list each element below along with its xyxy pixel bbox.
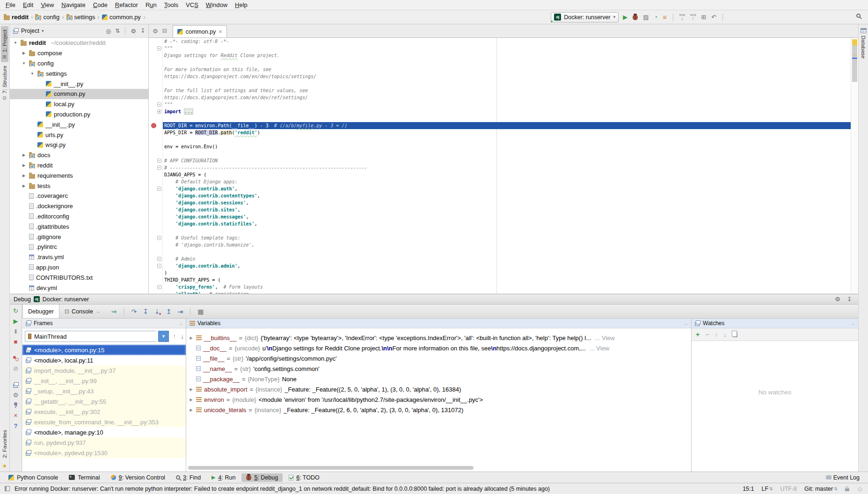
tab-terminal[interactable]: Terminal — [64, 473, 104, 482]
tree-item-compose[interactable]: ▶compose — [10, 48, 148, 58]
expand-arrow-icon[interactable]: ▶ — [189, 387, 194, 392]
fold-collapse-icon[interactable]: − — [157, 187, 161, 191]
fold-collapse-icon[interactable]: − — [157, 285, 161, 289]
horizontal-scrollbar-thumb[interactable] — [188, 466, 474, 470]
lock-icon[interactable] — [845, 488, 849, 491]
tree-item-reddit[interactable]: ▼reddit~/cookiecutter/reddit — [10, 38, 148, 48]
tab-common-py[interactable]: common.py × — [173, 25, 227, 37]
menu-code[interactable]: Code — [89, 0, 111, 9]
tree-open-arrow-icon[interactable]: ▼ — [13, 41, 18, 45]
tree-item--coveragerc[interactable]: .coveragerc — [10, 191, 148, 201]
menu-view[interactable]: View — [37, 0, 58, 9]
frame-row[interactable]: execute, __init__.py:302 — [22, 407, 186, 417]
breakpoint-icon[interactable] — [151, 123, 156, 128]
tree-item--travis-yml[interactable]: .travis.yml — [10, 252, 148, 262]
fold-collapse-icon[interactable]: − — [157, 102, 161, 107]
sidebar-item-favorites[interactable]: 2: Favorites — [1, 427, 8, 461]
fold-collapse-icon[interactable]: − — [157, 264, 161, 268]
fold-collapse-icon[interactable]: − — [157, 166, 161, 170]
search-icon[interactable] — [856, 14, 861, 18]
frame-row[interactable]: execute_from_command_line, __init__.py:3… — [22, 417, 186, 427]
run-configuration-select[interactable]: dj Docker: runserver ▾ — [551, 12, 619, 22]
tree-closed-arrow-icon[interactable]: ▶ — [21, 51, 27, 55]
tab-python-console[interactable]: Python Console — [4, 473, 63, 482]
menu-help[interactable]: Help — [231, 0, 251, 9]
frame-row[interactable]: <module>, manage.py:10 — [22, 427, 186, 437]
frame-row[interactable]: _setup, __init__.py:43 — [22, 386, 186, 396]
tree-item-production-py[interactable]: production.py — [10, 109, 148, 120]
tab-3-find[interactable]: 3: Find — [171, 473, 205, 482]
editor-gutter[interactable]: −−+−−−−−−− — [149, 38, 163, 294]
close-icon[interactable]: × — [14, 412, 18, 419]
toolwindow-toggle-icon[interactable] — [5, 486, 10, 491]
tree-item-app-json[interactable]: app.json — [10, 262, 148, 273]
tab-6-todo[interactable]: 6: TODO — [284, 473, 324, 482]
close-icon[interactable]: × — [219, 28, 222, 35]
tree-item--editorconfig[interactable]: .editorconfig — [10, 211, 148, 222]
float-panel-icon[interactable]: → — [683, 321, 688, 326]
restore-layout-icon[interactable] — [13, 382, 19, 388]
show-execution-point-icon[interactable]: ⇒ — [111, 308, 117, 315]
tab-9-version-control[interactable]: 9: Version Control — [106, 473, 170, 482]
sidebar-item-project[interactable]: ⊞1: Project — [1, 26, 8, 62]
run-with-coverage-icon[interactable]: ▨ — [643, 14, 649, 20]
editor-scrollbar[interactable] — [851, 38, 858, 294]
sidebar-item-structure[interactable]: ⊙7: Structure — [1, 62, 8, 103]
frame-row[interactable]: __getattr__, __init__.py:55 — [22, 396, 186, 407]
sidebar-item-database[interactable]: Database — [861, 26, 867, 58]
menu-run[interactable]: Run — [142, 0, 160, 9]
locate-icon[interactable]: ◎ — [106, 28, 111, 34]
copy-icon[interactable] — [733, 332, 737, 337]
show-changes-icon[interactable]: ⊞ — [701, 14, 706, 20]
fold-collapse-icon[interactable]: − — [157, 159, 161, 163]
vcs-update-icon[interactable]: VCS↓ — [679, 14, 685, 21]
pin-icon[interactable] — [14, 402, 17, 406]
scrollbar-thumb[interactable] — [852, 45, 857, 82]
breadcrumb-item[interactable]: settings — [66, 14, 95, 21]
line-separator[interactable]: LF⇅ — [761, 486, 773, 492]
frame-down-icon[interactable]: ↓ — [181, 333, 184, 340]
vcs-branch[interactable]: Git: master⇅ — [804, 486, 838, 492]
settings-gear-icon[interactable]: ⚙ — [13, 392, 19, 398]
tree-item-config[interactable]: ▼config — [10, 58, 148, 69]
float-panel-icon[interactable]: → — [178, 321, 182, 326]
tab-5-debug[interactable]: 5: Debug — [241, 473, 283, 482]
inspections-profile-icon[interactable]: ☺ — [857, 486, 863, 492]
view-link[interactable]: ... View — [595, 334, 615, 341]
step-out-icon[interactable]: ↥ — [166, 308, 172, 315]
tree-item-contributors-txt[interactable]: CONTRIBUTORS.txt — [10, 272, 148, 283]
tree-item-wsgi-py[interactable]: wsgi.py — [10, 140, 148, 150]
code-area[interactable]: # -*- coding: utf-8 -*-"""Django setting… — [149, 38, 858, 294]
rerun-icon[interactable]: ↻ — [13, 308, 18, 314]
collapse-all-icon[interactable]: ⇅ — [115, 28, 120, 34]
breadcrumb-item[interactable]: reddit — [4, 14, 29, 21]
step-into-icon[interactable]: ↧ — [143, 308, 148, 315]
view-link[interactable]: ... View — [590, 345, 609, 352]
vcs-commit-icon[interactable]: VCS↑ — [690, 14, 696, 21]
caret-position[interactable]: 15:1 — [743, 486, 754, 492]
force-step-into-icon[interactable]: ⇣ — [154, 308, 160, 315]
fold-collapse-icon[interactable]: − — [157, 236, 161, 240]
tab-4-run[interactable]: ▶4: Run — [207, 473, 240, 482]
run-icon[interactable]: ▶ — [623, 14, 627, 20]
debug-bug-icon[interactable] — [633, 15, 638, 20]
variable-row[interactable]: ▶__builtins__ = {dict} {'bytearray': <ty… — [186, 333, 691, 343]
tree-open-arrow-icon[interactable]: ▼ — [21, 61, 27, 65]
variable-row[interactable]: __name__ = {str} 'config.settings.common… — [186, 363, 691, 374]
variable-row[interactable]: ▶unicode_literals = {instance} _Feature:… — [186, 405, 691, 415]
tree-closed-arrow-icon[interactable]: ▶ — [21, 184, 27, 188]
tree-item--dockerignore[interactable]: .dockerignore — [10, 201, 148, 211]
add-watch-icon[interactable]: + — [696, 331, 700, 338]
split-editor-icon[interactable]: ⊟ — [162, 28, 167, 34]
tab-console[interactable]: ⊡Console→ — [59, 305, 105, 318]
pause-icon[interactable]: ‖ — [15, 328, 17, 334]
tree-item-docs[interactable]: ▶docs — [10, 150, 148, 160]
float-panel-icon[interactable]: → — [850, 321, 855, 326]
thread-dropdown-button[interactable]: ▼ — [158, 331, 169, 342]
frame-row[interactable]: <module>, common.py:15 — [22, 345, 186, 355]
settings-gear-icon[interactable]: ⚙ — [131, 28, 136, 34]
tree-item-dev-yml[interactable]: dev.yml — [10, 283, 148, 293]
menu-file[interactable]: File — [2, 0, 19, 9]
tree-item-tests[interactable]: ▶tests — [10, 181, 148, 191]
project-panel-title[interactable]: Project — [21, 28, 39, 34]
